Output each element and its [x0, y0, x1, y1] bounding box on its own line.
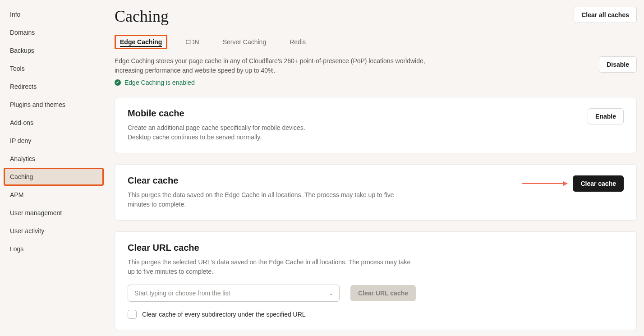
- subdirectory-checkbox-label: Clear cache of every subdirectory under …: [142, 311, 306, 318]
- sidebar-item-caching[interactable]: Caching: [4, 168, 104, 186]
- main-content: Caching Clear all caches Edge Caching CD…: [107, 0, 644, 336]
- clear-url-title: Clear URL cache: [128, 243, 624, 253]
- sidebar-item-analytics[interactable]: Analytics: [4, 150, 104, 168]
- clear-cache-card: Clear cache This purges the data saved o…: [115, 164, 637, 221]
- sidebar-item-apm[interactable]: APM: [4, 186, 104, 204]
- chevron-down-icon: ⌄: [329, 291, 333, 296]
- arrow-annotation: [522, 183, 567, 184]
- intro-text: Edge Caching stores your page cache in a…: [115, 56, 439, 75]
- url-combobox-placeholder: Start typing or choose from the list: [134, 290, 230, 297]
- check-circle-icon: ✓: [115, 79, 121, 86]
- tab-server-caching[interactable]: Server Caching: [217, 35, 272, 49]
- intro-row: Edge Caching stores your page cache in a…: [115, 56, 637, 75]
- sidebar-item-addons[interactable]: Add-ons: [4, 114, 104, 132]
- sidebar: Info Domains Backups Tools Redirects Plu…: [0, 0, 107, 336]
- status-text: Edge Caching is enabled: [124, 79, 195, 86]
- tab-cdn[interactable]: CDN: [180, 35, 204, 49]
- clear-cache-desc: This purges the data saved on the Edge C…: [128, 190, 416, 209]
- sidebar-item-backups[interactable]: Backups: [4, 41, 104, 60]
- clear-cache-button[interactable]: Clear cache: [573, 175, 624, 192]
- clear-url-desc: This purges the selected URL's data save…: [128, 258, 416, 276]
- clear-cache-title: Clear cache: [128, 175, 416, 186]
- clear-url-cache-button[interactable]: Clear URL cache: [350, 285, 416, 301]
- sidebar-item-redirects[interactable]: Redirects: [4, 78, 104, 96]
- mobile-cache-title: Mobile cache: [128, 108, 305, 119]
- mobile-cache-desc: Create an additional page cache specific…: [128, 123, 305, 142]
- subdirectory-checkbox[interactable]: [128, 310, 137, 319]
- sidebar-item-domains[interactable]: Domains: [4, 23, 104, 41]
- sidebar-item-tools[interactable]: Tools: [4, 60, 104, 78]
- sidebar-item-logs[interactable]: Logs: [4, 240, 104, 258]
- sidebar-item-plugins[interactable]: Plugins and themes: [4, 96, 104, 114]
- mobile-cache-desc-line1: Create an additional page cache specific…: [128, 124, 305, 131]
- tab-redis[interactable]: Redis: [284, 35, 311, 49]
- clear-url-cache-card: Clear URL cache This purges the selected…: [115, 231, 637, 330]
- status-row: ✓ Edge Caching is enabled: [115, 79, 637, 86]
- sidebar-item-info[interactable]: Info: [4, 5, 104, 23]
- sidebar-item-useractivity[interactable]: User activity: [4, 222, 104, 240]
- enable-mobile-cache-button[interactable]: Enable: [588, 108, 624, 124]
- tabs: Edge Caching CDN Server Caching Redis: [115, 35, 637, 49]
- url-combobox[interactable]: Start typing or choose from the list ⌄: [128, 285, 340, 302]
- clear-all-caches-button[interactable]: Clear all caches: [574, 7, 637, 23]
- page-header: Caching Clear all caches: [115, 7, 637, 26]
- mobile-cache-desc-line2: Desktop cache continues to be served nor…: [128, 133, 262, 141]
- disable-button[interactable]: Disable: [599, 56, 637, 73]
- tab-edge-caching[interactable]: Edge Caching: [115, 35, 167, 49]
- sidebar-item-ipdeny[interactable]: IP deny: [4, 132, 104, 150]
- sidebar-item-usermgmt[interactable]: User management: [4, 204, 104, 222]
- mobile-cache-card: Mobile cache Create an additional page c…: [115, 97, 637, 153]
- page-title: Caching: [115, 7, 169, 26]
